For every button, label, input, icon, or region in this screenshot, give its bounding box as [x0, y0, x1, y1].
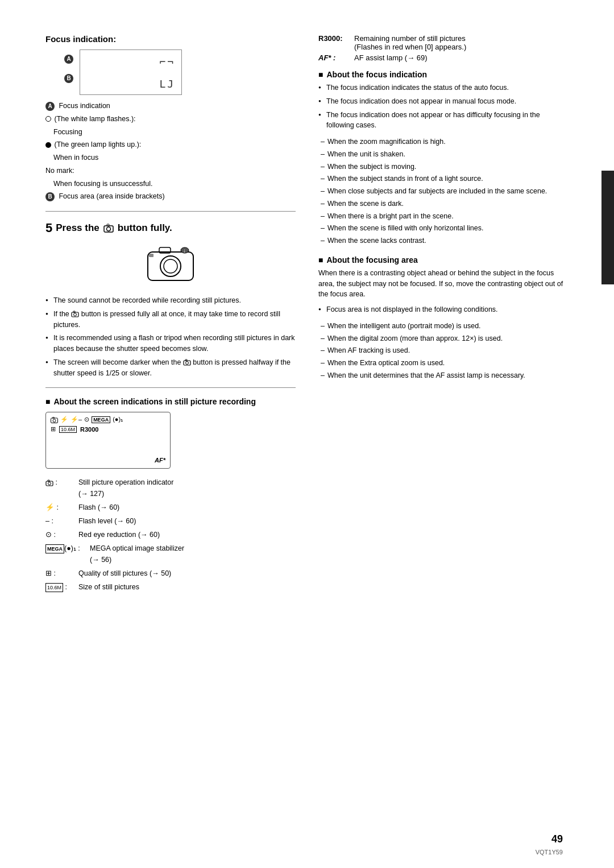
focus-indication-title: Focus indication: — [45, 34, 296, 44]
sidebar-bar — [601, 171, 614, 284]
divider-1 — [45, 211, 296, 212]
ind-flash-level-desc: Flash level (→ 60) — [78, 515, 296, 527]
ind-flash-symbol: ⚡ : — [45, 502, 74, 513]
focus-desc-circle-empty: (The white lamp flashes.): — [45, 114, 296, 125]
empty-circle-icon — [45, 116, 51, 122]
divider-2 — [45, 387, 296, 388]
focus-label-a: A — [64, 55, 76, 64]
focus-bullet-3: The focus indication does not appear or … — [318, 110, 569, 131]
focusing-sub-2: When the digital zoom (more than approx.… — [318, 333, 569, 344]
left-column: Focus indication: A B ⌐ ¬ L J A — [45, 34, 296, 595]
page-number: 49 — [551, 833, 563, 845]
svg-rect-12 — [73, 311, 75, 313]
focusing-sub-3: When AF tracking is used. — [318, 345, 569, 356]
ind-quality-symbol: ⊞ : — [45, 568, 74, 579]
svg-point-14 — [185, 362, 188, 365]
circle-a: A — [64, 55, 73, 64]
svg-rect-2 — [107, 224, 109, 226]
indicator-mega: MEGA(●)₁ : MEGA optical image stabilizer… — [45, 543, 296, 565]
svg-rect-21 — [48, 480, 49, 482]
circle-b: B — [64, 74, 73, 83]
focusing-sub-5: When the unit determines that the AF ass… — [318, 370, 569, 381]
step5-title: 5 Press the button fully. — [45, 221, 296, 235]
focus-sub-5: When close subjects and far subjects are… — [318, 186, 569, 197]
ind-flash-desc: Flash (→ 60) — [78, 502, 296, 513]
screen-box: ⚡ ⚡– ⊙ MEGA (●)₁ ⊞ 10.6M R3000 AF* — [45, 412, 171, 469]
ois-icon: (●)₁ — [113, 416, 123, 423]
filled-circle-icon — [45, 142, 51, 148]
af-row: AF* : AF assist lamp (→ 69) — [318, 53, 569, 62]
af-symbol: AF* : — [318, 53, 350, 62]
focusing-area-sub-bullets: When the intelligent auto (portrait mode… — [318, 321, 569, 381]
screen-row1: ⚡ ⚡– ⊙ MEGA (●)₁ — [51, 416, 165, 423]
focus-sub-7: When there is a bright part in the scene… — [318, 211, 569, 222]
focus-desc-no-mark: No mark: — [45, 166, 296, 176]
indicator-size: 10.6M : Size of still pictures — [45, 581, 296, 593]
focusing-sub-4: When the Extra optical zoom is used. — [318, 358, 569, 369]
svg-point-20 — [48, 482, 51, 485]
focus-bracket-br: L J — [159, 78, 171, 90]
quality-icon: ⊞ — [51, 425, 56, 433]
about-focusing-area-section: About the focusing area When there is a … — [318, 255, 569, 381]
indicator-camera: : Still picture operation indicator(→ 12… — [45, 477, 296, 499]
indicator-flash-level: – : Flash level (→ 60) — [45, 515, 296, 527]
indicator-quality: ⊞ : Quality of still pictures (→ 50) — [45, 568, 296, 579]
circle-a-desc: A — [45, 102, 55, 111]
focus-sub-6: When the scene is dark. — [318, 199, 569, 209]
step5-bullet-2: If the button is pressed fully all at on… — [45, 309, 296, 330]
focus-desc-circle-filled: (The green lamp lights up.): — [45, 139, 296, 150]
vqt-label: VQT1Y59 — [536, 849, 563, 855]
camera-small-icon — [71, 311, 79, 317]
screen-indications-section: About the screen indications in still pi… — [45, 397, 296, 593]
indicator-flash: ⚡ : Flash (→ 60) — [45, 502, 296, 513]
svg-point-17 — [53, 419, 56, 422]
ind-quality-desc: Quality of still pictures (→ 50) — [78, 568, 296, 579]
svg-point-5 — [164, 259, 177, 273]
size-badge: 10.6M — [59, 426, 77, 433]
focusing-area-bullet-1: Focus area is not displayed in the follo… — [318, 304, 569, 315]
focus-sub-1: When the zoom magnification is high. — [318, 137, 569, 147]
focusing-area-intro: When there is a contrasting object ahead… — [318, 268, 569, 300]
svg-rect-9 — [149, 254, 154, 257]
af-badge: AF* — [155, 457, 165, 464]
r3000-section: R3000: Remaining number of still picture… — [318, 34, 569, 62]
camera-small-icon-2 — [183, 359, 191, 366]
screen-indications-title: About the screen indications in still pi… — [45, 397, 296, 406]
ind-camera-desc: Still picture operation indicator(→ 127) — [78, 477, 296, 499]
focus-desc-b: B Focus area (area inside brackets) — [45, 191, 296, 202]
focus-sub-9: When the scene lacks contrast. — [318, 235, 569, 246]
step5-bullets: The sound cannot be recorded while recor… — [45, 295, 296, 378]
screen-row2: ⊞ 10.6M R3000 — [51, 425, 165, 433]
focus-box-diagram: A B ⌐ ¬ L J — [80, 49, 182, 95]
ind-mega-desc: MEGA optical image stabilizer(→ 56) — [90, 543, 296, 565]
ind-red-eye-symbol: ⊙ : — [45, 529, 74, 540]
ind-mega-symbol: MEGA(●)₁ : — [45, 543, 85, 554]
indicator-red-eye: ⊙ : Red eye reduction (→ 60) — [45, 529, 296, 540]
about-focus-bullets: The focus indication indicates the statu… — [318, 82, 569, 131]
circle-b-desc: B — [45, 192, 55, 201]
camera-image-container: ↓ — [45, 243, 296, 286]
svg-rect-15 — [185, 359, 187, 361]
r3000-symbol: R3000: — [318, 34, 350, 43]
ind-size-desc: Size of still pictures — [78, 581, 296, 593]
svg-text:↓: ↓ — [183, 247, 186, 254]
af-desc: AF assist lamp (→ 69) — [354, 53, 569, 62]
mega-badge: MEGA — [92, 416, 110, 423]
focus-desc-a: A Focus indication — [45, 101, 296, 111]
focusing-sub-1: When the intelligent auto (portrait mode… — [318, 321, 569, 332]
focus-sub-2: When the unit is shaken. — [318, 149, 569, 160]
camera-illustration: ↓ — [142, 243, 199, 286]
about-focus-title: About the focus indication — [318, 70, 569, 79]
step5-bullet-1: The sound cannot be recorded while recor… — [45, 295, 296, 306]
r3000-label: R3000 — [80, 426, 98, 433]
focus-desc-focusing: Focusing — [53, 127, 296, 138]
focus-sub-3: When the subject is moving. — [318, 162, 569, 172]
about-focusing-area-title: About the focusing area — [318, 255, 569, 264]
ind-flash-level-symbol: – : — [45, 515, 74, 527]
focus-bracket-tr: ⌐ ¬ — [159, 56, 171, 68]
r3000-row: R3000: Remaining number of still picture… — [318, 34, 569, 51]
r3000-desc: Remaining number of still pictures(Flash… — [354, 34, 569, 51]
ind-size-symbol: 10.6M : — [45, 581, 74, 593]
flash-icon: ⚡ — [60, 416, 68, 423]
focus-sub-8: When the scene is filled with only horiz… — [318, 223, 569, 234]
